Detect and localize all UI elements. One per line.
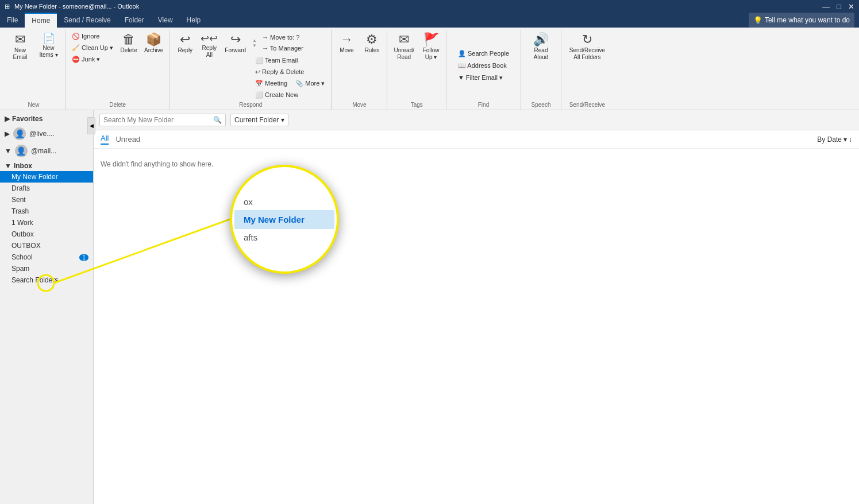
follow-up-button[interactable]: 🚩 FollowUp ▾ bbox=[419, 31, 442, 63]
inbox-section: ▼ Inbox My New Folder Drafts Sent Trash … bbox=[0, 161, 93, 286]
delete-button[interactable]: 🗑 Delete bbox=[117, 31, 140, 56]
archive-label: Archive bbox=[144, 47, 163, 54]
folder-my-new-folder-label: My New Folder bbox=[11, 173, 58, 181]
folder-spam[interactable]: Spam bbox=[0, 263, 93, 274]
inbox-collapse-icon: ▼ bbox=[5, 162, 11, 170]
ribbon-group-respond-label: Respond bbox=[174, 100, 328, 110]
cleanup-button[interactable]: 🧹 Clean Up ▾ bbox=[69, 42, 116, 53]
search-input[interactable] bbox=[103, 116, 211, 124]
team-email-button[interactable]: ⬜ Team Email bbox=[252, 55, 328, 66]
envelope-icon: ✉ bbox=[15, 33, 25, 46]
ribbon-group-speech: 🔊 ReadAloud Speech bbox=[521, 30, 561, 110]
rules-button[interactable]: ⚙ Rules bbox=[360, 31, 383, 56]
meeting-button[interactable]: 📅 Meeting bbox=[252, 78, 290, 89]
menu-help[interactable]: Help bbox=[180, 13, 208, 28]
send-receive-label: Send/ReceiveAll Folders bbox=[569, 47, 605, 61]
reply-delete-button[interactable]: ↩ Reply & Delete bbox=[252, 67, 328, 77]
tell-me-bar[interactable]: 💡 Tell me what you want to do bbox=[749, 13, 854, 28]
close-btn[interactable]: ✕ bbox=[848, 2, 854, 11]
trash-icon: 🗑 bbox=[122, 33, 135, 46]
folder-drafts-label: Drafts bbox=[11, 184, 30, 192]
to-manager-button[interactable]: → To Manager bbox=[259, 43, 306, 53]
more-respond-button[interactable]: 📎 More ▾ bbox=[292, 78, 328, 89]
sidebar-collapse-button[interactable]: ◀ bbox=[87, 117, 95, 134]
account1-label: @live.... bbox=[29, 130, 55, 138]
delete-label: Delete bbox=[121, 47, 137, 54]
rules-label: Rules bbox=[365, 47, 380, 54]
ribbon-group-respond: ↩ Reply ↩↩ ReplyAll ↪ Forward bbox=[170, 30, 332, 110]
account1-expand: ▶ bbox=[5, 130, 10, 138]
ribbon-group-move-label: Move bbox=[335, 100, 383, 110]
favorites-expand-icon: ▶ bbox=[5, 115, 10, 123]
sync-icon: ↻ bbox=[582, 33, 592, 46]
folder-trash[interactable]: Trash bbox=[0, 206, 93, 217]
menu-home[interactable]: Home bbox=[25, 13, 57, 28]
move-to-button[interactable]: → Move to: ? bbox=[259, 32, 306, 42]
tab-all[interactable]: All bbox=[101, 134, 109, 145]
archive-button[interactable]: 📦 Archive bbox=[141, 31, 166, 56]
folder-my-new-folder[interactable]: My New Folder bbox=[0, 171, 93, 183]
ribbon-group-move: → Move ⚙ Rules Move bbox=[332, 30, 387, 110]
scope-dropdown[interactable]: Current Folder ▾ bbox=[230, 114, 288, 126]
folder-outbox2[interactable]: OUTBOX bbox=[0, 240, 93, 251]
menu-file[interactable]: File bbox=[0, 13, 25, 28]
app-window: ⊞ My New Folder - someone@mail... - Outl… bbox=[0, 0, 859, 504]
sidebar: ▶ Favorites ▶ 👤 @live.... ▼ 👤 @mail... bbox=[0, 110, 94, 504]
junk-button[interactable]: ⛔ Junk ▾ bbox=[69, 54, 116, 65]
folder-sent[interactable]: Sent bbox=[0, 194, 93, 206]
reply-all-label: ReplyAll bbox=[202, 45, 217, 59]
search-input-wrap[interactable]: 🔍 bbox=[99, 114, 226, 126]
create-new-button[interactable]: ⬜ Create New bbox=[252, 90, 328, 100]
rules-icon: ⚙ bbox=[366, 33, 378, 46]
ribbon-group-find: 👤 Search People 📖 Address Book ▼ Filter … bbox=[446, 30, 521, 110]
account2-expand: ▼ bbox=[5, 147, 11, 155]
forward-button[interactable]: ↪ Forward bbox=[222, 31, 249, 56]
maximize-btn[interactable]: □ bbox=[837, 2, 841, 11]
menu-view[interactable]: View bbox=[151, 13, 180, 28]
minimize-btn[interactable]: — bbox=[822, 2, 830, 11]
unread-read-button[interactable]: ✉ Unread/Read bbox=[391, 31, 417, 63]
send-receive-all-button[interactable]: ↻ Send/ReceiveAll Folders bbox=[567, 31, 608, 63]
sort-chevron-icon: ▾ bbox=[843, 135, 847, 144]
move-label: Move bbox=[340, 47, 353, 54]
reply-all-button[interactable]: ↩↩ ReplyAll bbox=[198, 31, 221, 61]
new-email-button[interactable]: ✉ NewEmail bbox=[6, 31, 34, 63]
menu-send-receive[interactable]: Send / Receive bbox=[57, 13, 117, 28]
ribbon-group-tags-label: Tags bbox=[391, 100, 442, 110]
account1-avatar: 👤 bbox=[13, 127, 26, 140]
folder-outbox[interactable]: Outbox bbox=[0, 228, 93, 240]
title-bar-text: My New Folder - someone@mail... - Outloo… bbox=[14, 3, 139, 10]
new-email-label: NewEmail bbox=[13, 47, 27, 61]
account1-item[interactable]: ▶ 👤 @live.... bbox=[0, 125, 93, 142]
search-people-button[interactable]: 👤 Search People bbox=[455, 48, 512, 59]
search-bar: 🔍 Current Folder ▾ bbox=[94, 110, 859, 130]
folder-drafts[interactable]: Drafts bbox=[0, 183, 93, 194]
address-book-button[interactable]: 📖 Address Book bbox=[455, 60, 510, 71]
forward-icon: ↪ bbox=[230, 33, 241, 46]
ribbon-group-new: ✉ NewEmail 📄 NewItems ▾ New bbox=[2, 30, 66, 110]
move-button[interactable]: → Move bbox=[335, 31, 358, 56]
ribbon-group-delete-label: Delete bbox=[69, 100, 166, 110]
account2-avatar: 👤 bbox=[15, 145, 28, 157]
folder-school[interactable]: School 1 bbox=[0, 251, 93, 263]
ignore-button[interactable]: 🚫 Ignore bbox=[69, 31, 116, 42]
folder-search-folders[interactable]: Search Folders bbox=[0, 274, 93, 286]
folder-work[interactable]: 1 Work bbox=[0, 217, 93, 228]
menu-folder[interactable]: Folder bbox=[118, 13, 151, 28]
inbox-header[interactable]: ▼ Inbox bbox=[0, 161, 93, 171]
reply-button[interactable]: ↩ Reply bbox=[174, 31, 197, 56]
filter-email-button[interactable]: ▼ Filter Email ▾ bbox=[455, 72, 506, 83]
account2-label: @mail... bbox=[31, 147, 56, 155]
new-items-icon: 📄 bbox=[43, 33, 55, 44]
read-aloud-button[interactable]: 🔊 ReadAloud bbox=[530, 31, 553, 63]
ribbon-group-new-label: New bbox=[6, 100, 61, 110]
reply-icon: ↩ bbox=[180, 33, 190, 46]
unread-icon: ✉ bbox=[399, 33, 409, 46]
sort-button[interactable]: By Date ▾ ↓ bbox=[817, 135, 852, 144]
ribbon-group-sendreceive-label: Send/Receive bbox=[565, 100, 610, 110]
title-bar: ⊞ My New Folder - someone@mail... - Outl… bbox=[0, 0, 859, 13]
account2-item[interactable]: ▼ 👤 @mail... bbox=[0, 142, 93, 160]
favorites-header[interactable]: ▶ Favorites bbox=[0, 113, 93, 125]
tab-unread[interactable]: Unread bbox=[115, 135, 140, 144]
new-items-button[interactable]: 📄 NewItems ▾ bbox=[36, 31, 61, 61]
